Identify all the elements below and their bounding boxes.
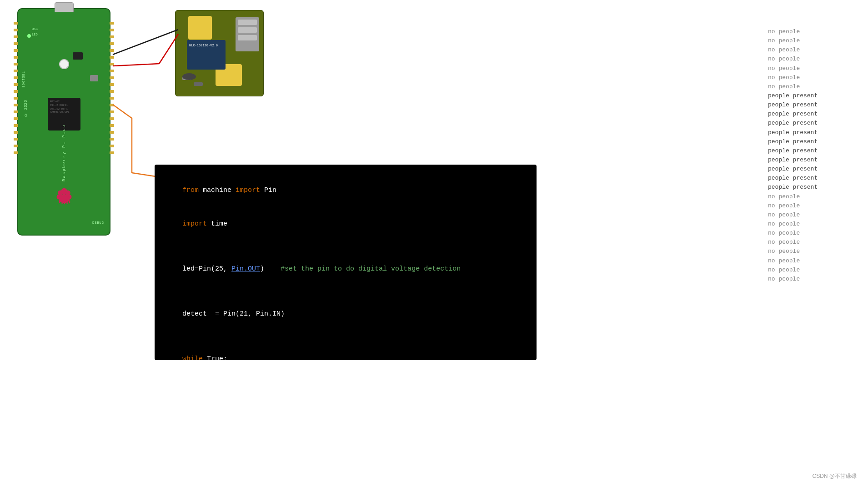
output-line: no people <box>768 275 859 284</box>
pir-lens-1 <box>188 16 212 40</box>
led-indicator <box>27 34 31 38</box>
pir-connector <box>236 17 259 51</box>
output-line: people present <box>768 156 859 165</box>
code-line-4: led=Pin(25, Pin.OUT) #set the pin to do … <box>166 252 525 286</box>
output-line: no people <box>768 266 859 275</box>
svg-rect-8 <box>59 201 60 204</box>
output-line: people present <box>768 174 859 183</box>
svg-rect-9 <box>61 201 62 204</box>
output-line: no people <box>768 256 859 266</box>
code-line-3 <box>166 241 525 253</box>
usb-label: USB <box>32 27 38 31</box>
right-pins <box>110 22 114 154</box>
output-line: people present <box>768 128 859 137</box>
output-line: no people <box>768 211 859 220</box>
code-line-2: import time <box>166 207 525 241</box>
code-line-7 <box>166 331 525 343</box>
code-line-5 <box>166 286 525 298</box>
bootsel-button <box>59 59 69 69</box>
chip-small-2 <box>90 75 98 81</box>
pir-pot <box>182 73 196 80</box>
output-line: no people <box>768 64 859 73</box>
svg-rect-10 <box>64 201 65 205</box>
output-line: people present <box>768 165 859 174</box>
chip-small-1 <box>73 52 83 60</box>
left-pins <box>14 22 18 154</box>
code-line-1: from machine import Pin <box>166 174 525 207</box>
output-line: people present <box>768 110 859 119</box>
code-line-8: while True: <box>166 342 525 360</box>
output-line: people present <box>768 119 859 128</box>
code-line-6: detect = Pin(21, Pin.IN) <box>166 297 525 331</box>
usb-connector <box>55 2 74 12</box>
pir-ic-label: HLC-1D2120-V2.0 <box>189 44 218 48</box>
output-line: no people <box>768 73 859 82</box>
output-panel: no peopleno peopleno peopleno peopleno p… <box>768 27 859 284</box>
pico-board: LED USB BOOTSEL RP2-02C91.2 D8211C91.12 … <box>17 8 110 236</box>
pir-resistor-2 <box>194 82 203 86</box>
year-text: © 2020 <box>24 100 28 117</box>
svg-line-13 <box>113 30 178 55</box>
output-line: no people <box>768 82 859 91</box>
svg-rect-11 <box>66 201 67 204</box>
output-line: people present <box>768 183 859 192</box>
pir-ic-chip: HLC-1D2120-V2.0 <box>187 40 226 70</box>
output-line: no people <box>768 36 859 45</box>
led-label: LED <box>32 33 38 36</box>
pico-board-label: Raspberry Pi Pico <box>62 124 66 181</box>
output-line: no people <box>768 229 859 238</box>
code-editor: from machine import Pin import time led=… <box>155 165 537 360</box>
bootsel-label: BOOTSEL <box>22 71 25 87</box>
csdn-watermark: CSDN @不甘碌碌 <box>812 472 857 480</box>
svg-line-16 <box>113 105 132 118</box>
output-line: no people <box>768 220 859 229</box>
svg-rect-12 <box>69 201 70 204</box>
output-line: no people <box>768 201 859 211</box>
output-line: no people <box>768 45 859 55</box>
output-line: no people <box>768 55 859 64</box>
output-line: no people <box>768 27 859 36</box>
svg-line-14 <box>113 64 159 66</box>
output-line: no people <box>768 192 859 201</box>
pir-sensor: HLC-1D2120-V2.0 <box>175 10 264 96</box>
output-line: no people <box>768 247 859 256</box>
output-line: no people <box>768 238 859 247</box>
debug-label: DEBUG <box>92 221 104 225</box>
rpi-logo <box>51 182 76 210</box>
output-line: people present <box>768 100 859 110</box>
output-line: people present <box>768 137 859 146</box>
output-line: people present <box>768 91 859 100</box>
output-line: people present <box>768 146 859 156</box>
